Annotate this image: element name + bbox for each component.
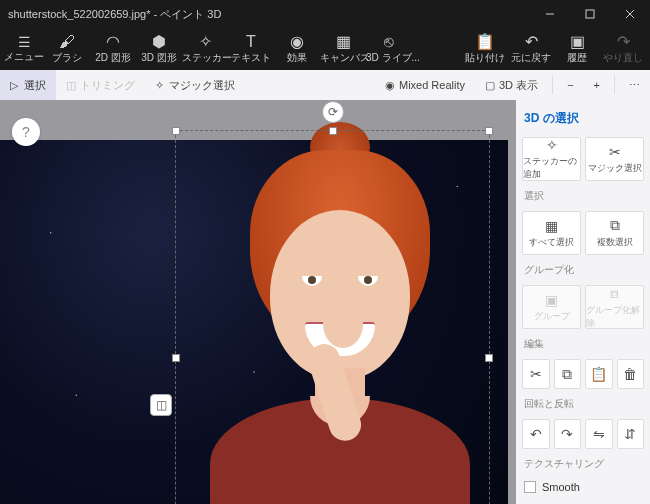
tool-paste[interactable]: 📋貼り付け [462, 33, 508, 65]
cut-icon: ✂ [530, 366, 542, 382]
cube-icon: ▢ [485, 79, 495, 92]
close-button[interactable] [610, 0, 650, 28]
zoom-out-button[interactable]: − [557, 70, 583, 100]
paste-side-icon: 📋 [590, 366, 607, 382]
flip-h-icon: ⇋ [593, 426, 605, 442]
handle-tr[interactable] [485, 127, 493, 135]
history-icon: ▣ [554, 33, 600, 51]
paste-button[interactable]: 📋 [585, 359, 613, 389]
live3d-icon: ⎋ [366, 33, 412, 51]
add-sticker-button[interactable]: ✧ステッカーの追加 [522, 137, 581, 181]
magic-icon: ✧ [155, 79, 165, 92]
sub-toolbar: ▷選択 ◫トリミング ✧マジック選択 ◉Mixed Reality ▢3D 表示… [0, 70, 650, 100]
crop-icon: ◫ [66, 79, 76, 92]
tool-2d-shapes[interactable]: ◠2D 図形 [90, 33, 136, 65]
tool-sticker[interactable]: ✧ステッカー [182, 33, 228, 65]
select-all-button[interactable]: ▦すべて選択 [522, 211, 581, 255]
flip-v-button[interactable]: ⇵ [617, 419, 645, 449]
tool-undo[interactable]: ↶元に戻す [508, 33, 554, 65]
selection-box[interactable]: ⟳ ◫ [175, 130, 490, 504]
undo-icon: ↶ [508, 33, 554, 51]
magic-select-button[interactable]: ✂マジック選択 [585, 137, 644, 181]
subtool-mixed-reality[interactable]: ◉Mixed Reality [375, 70, 475, 100]
menu-icon: ☰ [4, 34, 44, 50]
sticker-add-icon: ✧ [546, 137, 558, 153]
rotate-handle[interactable]: ⟳ [322, 101, 344, 123]
section-group: グループ化 [522, 261, 644, 279]
mr-icon: ◉ [385, 79, 395, 92]
canvas-icon: ▦ [320, 33, 366, 51]
redo-icon: ↷ [600, 33, 646, 51]
section-rotate: 回転と反転 [522, 395, 644, 413]
rotate-right-icon: ↷ [561, 426, 573, 442]
tool-brush[interactable]: 🖌ブラシ [44, 33, 90, 65]
group-button: ▣グループ [522, 285, 581, 329]
rotate-left-icon: ↶ [530, 426, 542, 442]
delete-icon: 🗑 [623, 366, 637, 382]
select-all-icon: ▦ [545, 218, 558, 234]
section-texture: テクスチャリング [522, 455, 644, 473]
shapes2d-icon: ◠ [90, 33, 136, 51]
flip-v-icon: ⇵ [624, 426, 636, 442]
brush-icon: 🖌 [44, 33, 90, 51]
tool-history[interactable]: ▣履歴 [554, 33, 600, 65]
panel-title: 3D の選択 [522, 108, 644, 131]
maximize-button[interactable] [570, 0, 610, 28]
smooth-toggle[interactable]: Smooth [522, 479, 644, 495]
effect-icon: ◉ [274, 33, 320, 51]
handle-mr[interactable] [485, 354, 493, 362]
tool-3d-shapes[interactable]: ⬢3D 図形 [136, 33, 182, 65]
sidebar: 3D の選択 ✧ステッカーの追加 ✂マジック選択 選択 ▦すべて選択 ⧉複数選択… [516, 100, 650, 504]
rotate-right-button[interactable]: ↷ [554, 419, 582, 449]
pointer-icon: ▷ [10, 79, 20, 92]
cut-button[interactable]: ✂ [522, 359, 550, 389]
tool-redo[interactable]: ↷やり直し [600, 33, 646, 65]
multi-select-icon: ⧉ [610, 217, 620, 234]
canvas-area[interactable]: ? ⟳ ◫ [0, 100, 516, 504]
flip-h-button[interactable]: ⇋ [585, 419, 613, 449]
section-edit: 編集 [522, 335, 644, 353]
more-button[interactable]: ⋯ [619, 70, 650, 100]
ungroup-button: ⧈グループ化解除 [585, 285, 644, 329]
menu-button[interactable]: ☰ メニュー [4, 34, 44, 64]
main-toolbar: ☰ メニュー 🖌ブラシ ◠2D 図形 ⬢3D 図形 ✧ステッカー Tテキスト ◉… [0, 28, 650, 70]
subtool-select[interactable]: ▷選択 [0, 70, 56, 100]
copy-button[interactable]: ⧉ [554, 359, 582, 389]
subtool-3d-view[interactable]: ▢3D 表示 [475, 70, 548, 100]
multi-select-button[interactable]: ⧉複数選択 [585, 211, 644, 255]
copy-icon: ⧉ [562, 366, 572, 383]
window-title: shutterstock_522002659.jpg* - ペイント 3D [8, 7, 530, 22]
sticker-icon: ✧ [182, 33, 228, 51]
depth-handle[interactable]: ◫ [150, 394, 172, 416]
titlebar: shutterstock_522002659.jpg* - ペイント 3D [0, 0, 650, 28]
section-select: 選択 [522, 187, 644, 205]
help-button[interactable]: ? [12, 118, 40, 146]
group-icon: ▣ [545, 292, 558, 308]
handle-ml[interactable] [172, 354, 180, 362]
paste-icon: 📋 [462, 33, 508, 51]
tool-effect[interactable]: ◉効果 [274, 33, 320, 65]
ungroup-icon: ⧈ [610, 285, 619, 302]
content: ? ⟳ ◫ 3D の選択 ✧ステッカーの追加 ✂マジック選択 選択 ▦すべて選択 [0, 100, 650, 504]
tool-canvas[interactable]: ▦キャンバス [320, 33, 366, 65]
shapes3d-icon: ⬢ [136, 33, 182, 51]
minimize-button[interactable] [530, 0, 570, 28]
subtool-trim[interactable]: ◫トリミング [56, 70, 145, 100]
handle-tl[interactable] [172, 127, 180, 135]
zoom-in-button[interactable]: + [584, 70, 610, 100]
checkbox-icon [524, 481, 536, 493]
rotate-left-button[interactable]: ↶ [522, 419, 550, 449]
tool-3d-live[interactable]: ⎋3D ライブ... [366, 33, 412, 65]
text-icon: T [228, 33, 274, 51]
handle-tm[interactable] [329, 127, 337, 135]
delete-button[interactable]: 🗑 [617, 359, 645, 389]
magic-select-icon: ✂ [609, 144, 621, 160]
svg-rect-1 [586, 10, 594, 18]
subtool-magic[interactable]: ✧マジック選択 [145, 70, 245, 100]
tool-text[interactable]: Tテキスト [228, 33, 274, 65]
